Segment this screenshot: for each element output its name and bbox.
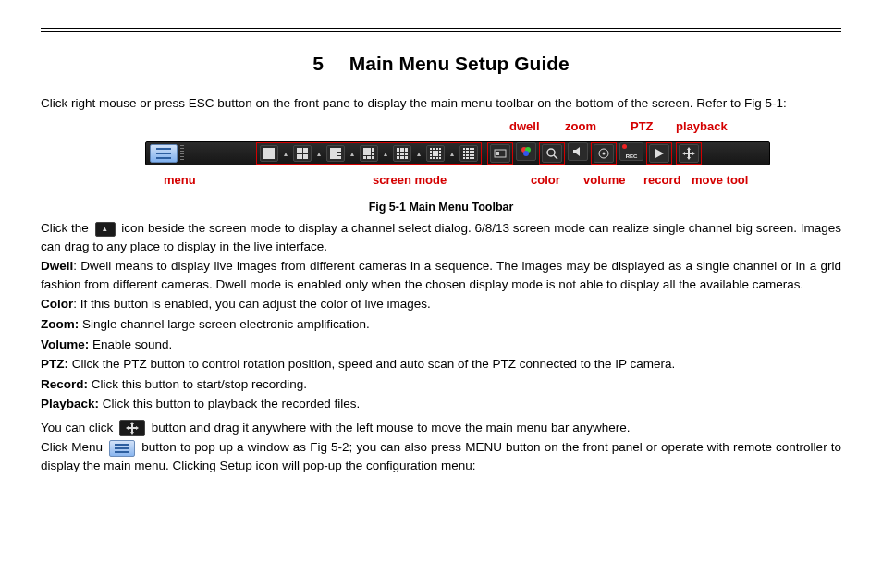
menu-icon (109, 440, 135, 457)
label-zoom: Zoom: (41, 317, 79, 331)
screenmode-16-button[interactable] (459, 145, 478, 162)
chevron-up-icon[interactable]: ▴ (381, 145, 390, 162)
paragraph-dwell: Dwell: Dwell means to display live image… (41, 257, 841, 293)
text: Click the PTZ button to control rotation… (68, 357, 675, 371)
callout-movetool: move tool (692, 173, 748, 187)
paragraph-color: Color: If this button is enabled, you ca… (41, 295, 841, 313)
text: button to pop up a window as Fig 5-2; yo… (41, 440, 841, 472)
paragraph-playback: Playback: Click this button to playback … (41, 395, 841, 413)
chapter-number: 5 (312, 53, 324, 75)
intro-paragraph: Click right mouse or press ESC button on… (41, 95, 841, 112)
text: Click this button to playback the record… (99, 397, 360, 410)
label-color: Color (41, 297, 73, 311)
paragraph-zoom: Zoom: Single channel large screen electr… (41, 315, 841, 334)
text: : If this button is enabled, you can adj… (73, 297, 430, 311)
screenmode-13-button[interactable] (426, 145, 445, 162)
volume-button[interactable] (568, 142, 588, 161)
label-dwell: Dwell (41, 259, 73, 273)
record-button[interactable]: REC (619, 142, 643, 161)
move-tool-button[interactable] (679, 144, 699, 163)
screenmode-4-button[interactable] (293, 145, 312, 162)
screenmode-1-button[interactable] (260, 145, 278, 162)
chevron-up-icon[interactable]: ▴ (414, 145, 423, 162)
label-volume: Volume: (41, 337, 89, 351)
paragraph-click-icon: Click the ▴ icon beside the screen mode … (41, 219, 841, 255)
svg-point-8 (603, 153, 606, 155)
svg-rect-0 (495, 150, 506, 157)
text: icon beside the screen mode to display a… (41, 221, 841, 253)
text: button and drag it anywhere with the lef… (152, 421, 631, 435)
move-tool-icon (119, 420, 145, 436)
page-title: 5 Main Menu Setup Guide (41, 53, 841, 75)
label-playback: Playback: (41, 397, 99, 410)
drag-handle[interactable] (180, 145, 184, 162)
figure-caption: Fig 5-1 Main Menu Toolbar (41, 201, 841, 214)
svg-point-4 (523, 151, 529, 156)
label-record: Record: (41, 377, 88, 391)
callout-menu: menu (164, 173, 196, 187)
text: Click Menu (41, 440, 106, 454)
paragraph-menu: Click Menu button to pop up a window as … (41, 438, 841, 474)
text: Single channel large screen electronic a… (79, 317, 369, 331)
text: : Dwell means to display live images fro… (41, 259, 841, 291)
page-rule (41, 28, 841, 32)
paragraph-move: You can click button and drag it anywher… (41, 419, 841, 437)
dwell-button[interactable] (490, 144, 510, 163)
chevron-up-icon[interactable]: ▴ (314, 145, 324, 162)
chevron-up-icon[interactable]: ▴ (281, 145, 290, 162)
callout-volume: volume (583, 173, 626, 187)
menu-icon (156, 148, 171, 159)
callout-zoom: zoom (565, 119, 596, 133)
zoom-button[interactable] (542, 144, 562, 163)
figure-5-1: dwell zoom PTZ playback ▴ ▴ ▴ ▴ ▴ ▴ (112, 117, 770, 197)
svg-rect-1 (496, 152, 499, 155)
paragraph-record: Record: Click this button to start/stop … (41, 375, 841, 394)
callout-record: record (643, 173, 680, 187)
color-button[interactable] (516, 142, 536, 161)
menu-button[interactable] (150, 144, 178, 163)
callout-screenmode: screen mode (373, 173, 447, 187)
callout-color: color (531, 173, 560, 187)
chevron-up-icon[interactable]: ▴ (447, 145, 457, 162)
text: You can click (41, 421, 116, 435)
main-menu-toolbar: ▴ ▴ ▴ ▴ ▴ ▴ (145, 141, 770, 165)
text: Click this button to start/stop recordin… (88, 377, 307, 391)
callout-playback: playback (676, 119, 728, 133)
chevron-up-icon[interactable]: ▴ (348, 145, 357, 162)
text: Click the (41, 221, 92, 235)
paragraph-volume: Volume: Enable sound. (41, 336, 841, 354)
screenmode-6-button[interactable] (326, 145, 345, 162)
callout-dwell: dwell (509, 119, 540, 133)
body-text: Click the ▴ icon beside the screen mode … (41, 219, 841, 474)
chapter-title: Main Menu Setup Guide (349, 53, 570, 74)
rec-label: REC (626, 153, 638, 159)
screen-mode-group: ▴ ▴ ▴ ▴ ▴ ▴ (256, 142, 482, 165)
svg-point-5 (547, 149, 555, 156)
screenmode-9-button[interactable] (393, 145, 411, 162)
paragraph-ptz: PTZ: Click the PTZ button to control rot… (41, 355, 841, 374)
ptz-button[interactable] (594, 144, 614, 163)
channel-select-caret-icon: ▴ (95, 222, 116, 237)
callout-ptz: PTZ (631, 119, 654, 133)
playback-button[interactable] (649, 144, 669, 163)
screenmode-8-button[interactable] (360, 145, 378, 162)
svg-line-6 (554, 155, 557, 159)
text: Enable sound. (89, 337, 172, 351)
label-ptz: PTZ: (41, 357, 68, 371)
